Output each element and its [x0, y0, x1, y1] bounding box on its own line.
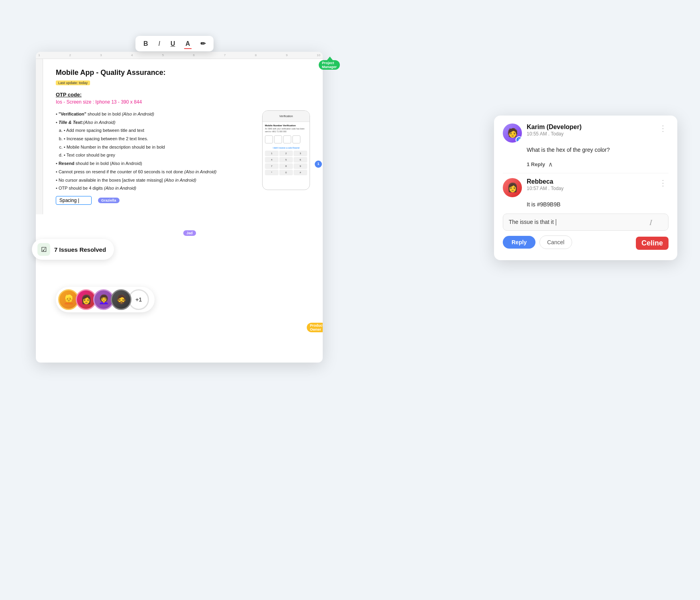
numpad-0[interactable]: 0 [279, 170, 293, 175]
comment-bubble-1: 1 [315, 161, 322, 168]
otp-screen-size: Ios - Screen size : Iphone 13 - 390 x 84… [56, 99, 310, 105]
otp-box-4[interactable] [292, 135, 300, 143]
pencil-icon[interactable]: ✏ [199, 39, 207, 48]
formatting-toolbar: B I U A ✏ [135, 36, 214, 51]
bold-button[interactable]: B [142, 39, 150, 48]
graziella-badge: Graziella [98, 198, 120, 203]
jad-badge: Jad [183, 230, 196, 236]
comment-body-rebbeca: It is #9B9B9B [527, 200, 669, 209]
spacing-input[interactable]: Spacing | [56, 196, 92, 205]
issues-resolved-badge: ☑ 7 Issues Resolved [32, 239, 114, 260]
product-owner-badge: Product Owner [307, 323, 323, 332]
reply-button[interactable]: Reply [503, 236, 535, 249]
reply-comment: 👩 Rebbeca 10:57 AM . Today ⋮ It is #9B9B… [503, 178, 669, 209]
reply-chevron-icon[interactable]: ∧ [548, 161, 553, 168]
font-color-button[interactable]: A [184, 39, 192, 48]
issues-icon: ☑ [37, 243, 50, 256]
italic-button[interactable]: I [157, 39, 162, 48]
otp-box-3[interactable] [283, 135, 291, 143]
document-title: Mobile App - Quality Assurance: [56, 69, 310, 77]
numpad-hash[interactable]: # [294, 170, 307, 175]
phone-mockup: Verification Mobile Number Verification … [262, 110, 310, 190]
cancel-button[interactable]: Cancel [539, 235, 572, 249]
cursor-indicator: 𝐼 [649, 218, 652, 227]
otp-section-title: OTP code: [56, 92, 310, 98]
main-scene: B I U A ✏ 12345 678910 Mobile App - Qual… [24, 20, 677, 578]
document-panel: 12345 678910 Mobile App - Quality Assura… [36, 52, 323, 363]
avatar-4: 🧔 [111, 289, 131, 310]
checkmark-icon: ☑ [41, 246, 47, 253]
comment-header-karim: 🧑 1 Karim (Developer) 10:55 AM . Today ⋮ [503, 124, 669, 143]
reply-toggle[interactable]: 1 Reply ∧ [527, 161, 669, 168]
ruler-top: 12345 678910 [36, 52, 323, 59]
otp-box-1[interactable] [265, 135, 273, 143]
otp-box-2[interactable] [274, 135, 282, 143]
numpad-star[interactable]: * [265, 170, 278, 175]
numpad-3[interactable]: 3 [294, 151, 307, 156]
text-cursor [556, 219, 557, 225]
document-subtitle-badge: Last update: today [56, 80, 90, 85]
comment-meta-karim: Karim (Developer) 10:55 AM . Today [527, 124, 653, 137]
phone-label: Mobile Number Verification [265, 124, 307, 127]
comment-time-karim: 10:55 AM . Today [527, 131, 653, 137]
phone-desc: An SMS with your verification code has b… [265, 127, 307, 133]
main-comment: 🧑 1 Karim (Developer) 10:55 AM . Today ⋮… [503, 124, 669, 154]
avatar-rebbeca: 👩 [503, 178, 522, 197]
phone-header: Verification [263, 111, 310, 122]
comment-author-rebbeca: Rebbeca [527, 178, 653, 185]
comment-body-karim: What is the hex of the grey color? [527, 146, 669, 154]
comment-more-karim[interactable]: ⋮ [657, 124, 669, 133]
ruler-left [36, 59, 43, 214]
reply-input-text: The issue is that it [509, 219, 555, 225]
issues-text: 7 Issues Resolved [54, 246, 106, 253]
collaborator-avatars: 👱 👩 👩‍🦱 🧔 +1 [56, 287, 155, 312]
comment-author-karim: Karim (Developer) [527, 124, 653, 131]
avatar-karim: 🧑 1 [503, 124, 522, 143]
numpad-2[interactable]: 2 [279, 151, 293, 156]
comment-time-rebbeca: 10:57 AM . Today [527, 186, 653, 191]
ruler-marks: 12345 678910 [38, 53, 320, 57]
document-content: Mobile App - Quality Assurance: Last upd… [43, 59, 323, 214]
divider [503, 173, 669, 173]
phone-input-boxes [265, 135, 307, 143]
phone-content: Mobile Number Verification An SMS with y… [263, 122, 310, 178]
comment-badge: 1 [516, 136, 522, 143]
comment-meta-rebbeca: Rebbeca 10:57 AM . Today [527, 178, 653, 191]
bullet-3: Resend should be in bold (Also in Androi… [56, 160, 310, 167]
document-body: Mobile App - Quality Assurance: Last upd… [36, 59, 323, 214]
underline-button[interactable]: U [169, 39, 177, 48]
phone-resend: I didn't receive a code Resend [265, 147, 307, 149]
spacing-input-row: Spacing | Graziella [56, 196, 310, 205]
numpad-1[interactable]: 1 [265, 151, 278, 156]
comment-more-rebbeca[interactable]: ⋮ [657, 178, 669, 188]
reply-count: 1 Reply [527, 161, 545, 167]
reply-input-area[interactable]: The issue is that it 𝐼 [503, 214, 669, 231]
project-manager-badge: Project Manager [319, 60, 340, 70]
project-manager-container: Project Manager [319, 57, 333, 60]
celine-badge: Celine [636, 237, 669, 250]
comment-panel: 🧑 1 Karim (Developer) 10:55 AM . Today ⋮… [494, 116, 677, 260]
comment-header-rebbeca: 👩 Rebbeca 10:57 AM . Today ⋮ [503, 178, 669, 197]
